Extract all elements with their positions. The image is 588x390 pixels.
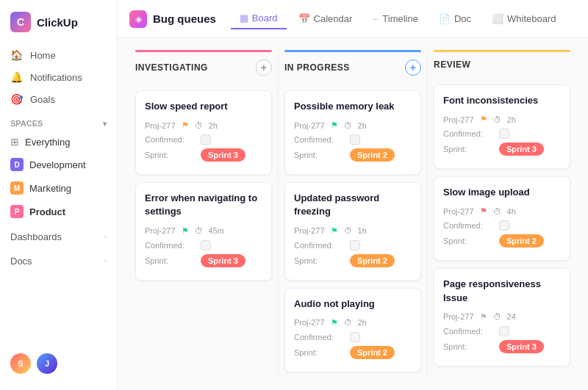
flag-icon: ⚑ <box>480 312 487 322</box>
sprint-label: Sprint: <box>294 256 345 265</box>
main-area: ◈ Bug queues ▦ Board 📅 Calendar ⏤ Timeli… <box>118 0 588 390</box>
development-label: Development <box>29 159 86 170</box>
logo-icon: C <box>10 12 31 32</box>
bell-icon: 🔔 <box>10 71 23 83</box>
confirmed-checkbox[interactable] <box>499 220 509 231</box>
tab-board[interactable]: ▦ Board <box>231 8 287 29</box>
card-meta: Proj-277 ⚑ ⏱ 2h <box>145 120 262 130</box>
avatar-s: S <box>10 353 31 374</box>
sidebar-item-docs[interactable]: Docs › <box>0 250 117 272</box>
sidebar-footer: S J <box>0 346 117 381</box>
clock-icon: ⏱ <box>195 121 203 130</box>
proj-label: Proj-277 <box>145 226 176 235</box>
sprint-label: Sprint: <box>294 151 345 159</box>
card-meta: Proj-277 ⚑ ⏱ 2h <box>294 318 412 328</box>
confirmed-row: Confirmed: <box>294 240 412 250</box>
chevron-right-icon: › <box>104 233 107 241</box>
sprint-badge: Sprint 2 <box>350 346 395 359</box>
flag-icon: ⚑ <box>480 115 487 124</box>
clock-icon: ⏱ <box>493 207 501 216</box>
confirmed-checkbox[interactable] <box>201 134 211 145</box>
card-meta: Proj-277 ⚑ ⏱ 1h <box>294 226 412 236</box>
time-value: 2h <box>209 121 218 130</box>
marketing-dot: M <box>10 181 24 195</box>
confirmed-checkbox[interactable] <box>499 326 509 336</box>
everything-icon: ⊞ <box>10 136 19 148</box>
proj-label: Proj-277 <box>443 115 474 124</box>
inprogress-header: IN PROGRESS + <box>284 59 421 83</box>
tab-board-label: Board <box>252 12 278 24</box>
sidebar-item-everything[interactable]: ⊞ Everything <box>0 131 117 153</box>
tab-calendar[interactable]: 📅 Calendar <box>290 9 362 29</box>
card-password-freezing: Updated password freezing Proj-277 ⚑ ⏱ 1… <box>284 182 421 280</box>
chevron-right-icon-2: › <box>104 257 107 265</box>
proj-label: Proj-277 <box>294 318 325 327</box>
sidebar-home-label: Home <box>30 50 56 61</box>
header: ◈ Bug queues ▦ Board 📅 Calendar ⏤ Timeli… <box>118 0 588 38</box>
dashboards-label: Dashboards <box>10 231 62 242</box>
sprint-row: Sprint: Sprint 3 <box>443 340 561 353</box>
column-in-progress: IN PROGRESS + Possible memory leak Proj-… <box>279 50 427 378</box>
tab-whiteboard-label: Whiteboard <box>507 13 556 24</box>
sidebar-item-goals[interactable]: 🎯 Goals <box>0 88 117 110</box>
proj-label: Proj-277 <box>443 207 474 216</box>
confirmed-checkbox[interactable] <box>350 332 360 342</box>
doc-tab-icon: 📄 <box>439 13 451 24</box>
confirmed-checkbox[interactable] <box>350 134 360 145</box>
clock-icon: ⏱ <box>493 312 501 321</box>
sprint-badge: Sprint 2 <box>350 148 395 162</box>
whiteboard-tab-icon: ⬜ <box>492 13 503 24</box>
tab-timeline[interactable]: ⏤ Timeline <box>364 9 427 29</box>
review-header: REVIEW <box>434 59 570 77</box>
sidebar-item-dashboards[interactable]: Dashboards › <box>0 226 117 248</box>
product-dot: P <box>10 205 24 218</box>
sprint-badge: Sprint 3 <box>201 254 245 267</box>
clock-icon: ⏱ <box>344 121 352 130</box>
column-review: REVIEW Font inconsistencies Proj-277 ⚑ ⏱… <box>428 50 576 378</box>
spaces-header: Spaces ▾ <box>0 110 117 131</box>
card-meta: Proj-277 ⚑ ⏱ 45m <box>145 226 262 236</box>
sidebar-item-marketing[interactable]: M Marketing <box>0 176 117 200</box>
investigating-bar <box>135 50 272 52</box>
sidebar-item-development[interactable]: D Development <box>0 153 117 176</box>
confirmed-checkbox[interactable] <box>499 129 509 139</box>
time-value: 2h <box>358 121 367 130</box>
confirmed-checkbox[interactable] <box>201 240 211 250</box>
sidebar-item-home[interactable]: 🏠 Home <box>0 44 117 66</box>
sprint-row: Sprint: Sprint 2 <box>443 234 561 248</box>
add-inprogress-button[interactable]: + <box>405 59 421 76</box>
confirmed-label: Confirmed: <box>443 221 495 230</box>
confirmed-label: Confirmed: <box>145 241 196 250</box>
tab-doc[interactable]: 📄 Doc <box>430 9 480 29</box>
card-meta: Proj-277 ⚑ ⏱ 2h <box>294 120 412 130</box>
sprint-label: Sprint: <box>443 342 495 351</box>
calendar-tab-icon: 📅 <box>298 13 310 24</box>
investigating-title: INVESTIGATING <box>135 62 208 73</box>
board: INVESTIGATING + Slow speed report Proj-2… <box>118 38 588 390</box>
sprint-badge: Sprint 3 <box>499 142 544 156</box>
flag-icon: ⚑ <box>182 120 189 130</box>
card-title: Font inconsistencies <box>443 94 561 107</box>
sidebar-item-product[interactable]: P Product <box>0 200 117 223</box>
header-title-area: ◈ Bug queues <box>129 10 216 28</box>
sidebar: C ClickUp 🏠 Home 🔔 Notifications 🎯 Goals… <box>0 0 118 390</box>
card-error-navigating: Error when navigating to settings Proj-2… <box>135 182 272 280</box>
time-value: 2h <box>358 318 367 327</box>
flag-icon: ⚑ <box>480 206 487 216</box>
timeline-tab-icon: ⏤ <box>373 13 379 24</box>
add-investigating-button[interactable]: + <box>256 59 272 76</box>
board-tab-icon: ▦ <box>240 12 248 24</box>
marketing-label: Marketing <box>29 183 71 194</box>
time-value: 45m <box>209 226 224 235</box>
sprint-badge: Sprint 2 <box>350 254 395 267</box>
card-title: Slow image upload <box>443 186 561 199</box>
clock-icon: ⏱ <box>195 226 203 235</box>
proj-label: Proj-277 <box>294 226 325 235</box>
confirmed-checkbox[interactable] <box>350 240 360 250</box>
flag-icon: ⚑ <box>331 318 338 328</box>
card-slow-speed: Slow speed report Proj-277 ⚑ ⏱ 2h Confir… <box>135 90 272 175</box>
sidebar-goals-label: Goals <box>30 94 55 105</box>
confirmed-label: Confirmed: <box>145 135 196 144</box>
sidebar-item-notifications[interactable]: 🔔 Notifications <box>0 66 117 88</box>
tab-whiteboard[interactable]: ⬜ Whiteboard <box>483 9 564 29</box>
